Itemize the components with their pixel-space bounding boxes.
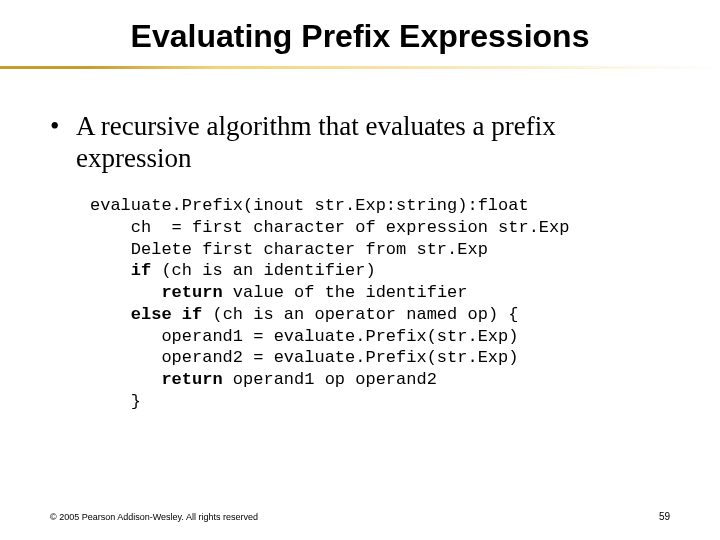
code-line: evaluate.Prefix(inout str.Exp:string):fl… — [90, 196, 529, 215]
code-line: operand2 = evaluate.Prefix(str.Exp) — [90, 348, 518, 367]
slide: Evaluating Prefix Expressions A recursiv… — [0, 0, 720, 540]
code-text: (ch is an operator named op) { — [202, 305, 518, 324]
copyright-footer: © 2005 Pearson Addison-Wesley. All right… — [50, 512, 258, 522]
code-line: } — [90, 392, 141, 411]
title-underline — [0, 66, 720, 69]
code-line: operand1 = evaluate.Prefix(str.Exp) — [90, 327, 518, 346]
keyword-else: else — [131, 305, 172, 324]
keyword-if: if — [131, 261, 151, 280]
keyword-if: if — [182, 305, 202, 324]
code-block: evaluate.Prefix(inout str.Exp:string):fl… — [90, 195, 680, 413]
code-text: operand1 op operand2 — [223, 370, 437, 389]
page-number: 59 — [659, 511, 670, 522]
bullet-item: A recursive algorithm that evaluates a p… — [50, 110, 670, 175]
keyword-return: return — [161, 370, 222, 389]
bullet-list: A recursive algorithm that evaluates a p… — [50, 110, 670, 175]
code-text: (ch is an identifier) — [151, 261, 375, 280]
code-text: value of the identifier — [223, 283, 468, 302]
code-indent — [90, 261, 131, 280]
code-indent — [90, 370, 161, 389]
code-indent — [90, 283, 161, 302]
code-indent — [90, 305, 131, 324]
slide-title: Evaluating Prefix Expressions — [0, 18, 720, 55]
code-line: ch = first character of expression str.E… — [90, 218, 569, 237]
code-line: Delete first character from str.Exp — [90, 240, 488, 259]
keyword-return: return — [161, 283, 222, 302]
code-space — [172, 305, 182, 324]
